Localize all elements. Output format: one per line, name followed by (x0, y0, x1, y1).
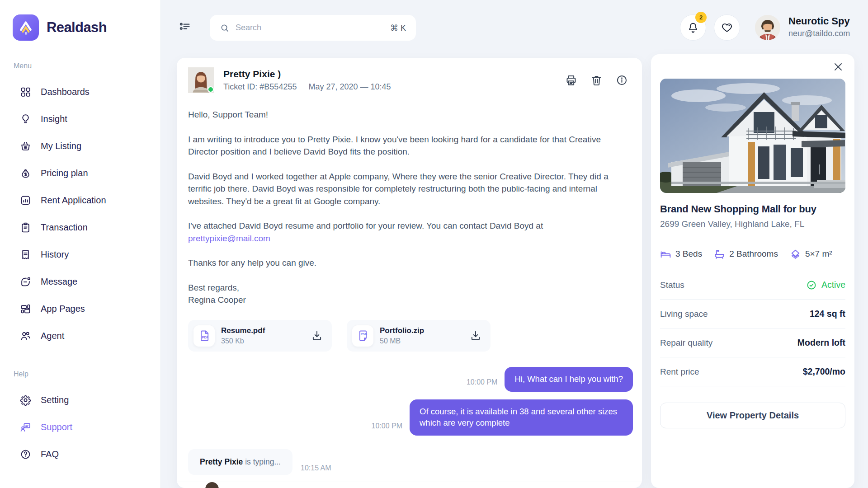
detail-label: Repair quality (660, 338, 712, 348)
info-icon[interactable] (616, 74, 628, 86)
detail-value: Modern loft (797, 338, 845, 348)
status-badge: Active (806, 280, 845, 291)
property-detail-rows: Status Active Living space 124 sq ft Rep… (660, 271, 845, 386)
basket-icon (20, 141, 31, 152)
attachment-size: 50 MB (380, 337, 424, 345)
sidebar-item-label: FAQ (41, 449, 59, 460)
sidebar-item-label: History (41, 249, 69, 260)
sidebar-item-agent[interactable]: Agent (0, 322, 160, 349)
clipboard-icon (20, 222, 31, 233)
property-address: 2699 Green Valley, Highland Lake, FL (660, 219, 845, 229)
printer-icon[interactable] (565, 74, 577, 86)
detail-row-living-space: Living space 124 sq ft (660, 300, 845, 328)
svg-text:PDF: PDF (202, 336, 208, 339)
contact-email-link[interactable]: prettypixie@mail.com (188, 234, 270, 243)
attachment-name: Portfolio.zip (380, 326, 424, 335)
sidebar-help-menu: Setting Support FAQ (0, 386, 160, 468)
message-time: 10:00 PM (467, 378, 497, 386)
sent-message-bubble: Hi, What can I help you with? (505, 367, 633, 392)
sidebar-item-faq[interactable]: FAQ (0, 441, 160, 468)
user-name: Neurotic Spy (788, 15, 850, 27)
bar-chart-icon (20, 195, 31, 206)
search-input[interactable] (236, 23, 384, 33)
attachment-size: 350 Kb (221, 337, 265, 345)
sidebar-item-pricing-plan[interactable]: Pricing plan (0, 160, 160, 187)
email-paragraph: David Boyd and I worked together at Appl… (188, 170, 624, 208)
sidebar-item-transaction[interactable]: Transaction (0, 214, 160, 241)
search-bar: ⌘ K (210, 15, 416, 41)
support-icon (20, 422, 31, 433)
bath-icon (714, 249, 725, 260)
detail-row-rent-price: Rent price $2,700/mo (660, 357, 845, 386)
feature-label: 2 Bathrooms (729, 249, 778, 259)
favorites-button[interactable] (714, 14, 740, 41)
sidebar-item-label: Pricing plan (41, 168, 88, 178)
sidebar-item-label: Dashboards (41, 87, 90, 97)
attachment-resume[interactable]: PDF Resume.pdf 350 Kb (188, 320, 332, 352)
divider (660, 237, 845, 237)
money-bag-icon (20, 168, 31, 179)
close-icon[interactable] (833, 61, 844, 72)
support-ticket-card: Pretty Pixie ) Ticket ID: #B554255 May 2… (177, 58, 642, 488)
sidebar-item-app-pages[interactable]: App Pages (0, 295, 160, 322)
detail-label: Living space (660, 309, 708, 319)
sidebar-item-setting[interactable]: Setting (0, 386, 160, 413)
email-signature-name: Regina Cooper (188, 294, 624, 306)
sidebar-item-history[interactable]: History (0, 241, 160, 268)
email-paragraph: Hello, Support Team! (188, 108, 624, 121)
detail-value: 124 sq ft (810, 309, 845, 319)
topbar: ⌘ K 2 Neurotic Spy neur@taildo.com (161, 0, 868, 51)
ticket-datetime: May 27, 2020 — 10:45 (308, 82, 391, 92)
feature-label: 5×7 m² (805, 249, 832, 259)
download-icon[interactable] (311, 330, 323, 342)
chat-message-row: 10:00 PM Of course, it is available in 3… (177, 399, 642, 436)
sidebar-item-insight[interactable]: Insight (0, 105, 160, 132)
sidebar-item-label: My Listing (41, 141, 81, 151)
sidebar-item-message[interactable]: Message (0, 268, 160, 295)
sidebar-item-rent-application[interactable]: Rent Application (0, 187, 160, 214)
pdf-file-icon: PDF (193, 325, 215, 347)
lightbulb-icon (20, 113, 31, 125)
sidebar: Realdash Menu Dashboards Insight My List… (0, 0, 161, 488)
attachments-row: PDF Resume.pdf 350 Kb PSD Portfolio.zip … (177, 320, 642, 352)
detail-value: $2,700/mo (803, 366, 845, 377)
user-avatar[interactable] (755, 15, 780, 40)
property-features: 3 Beds 2 Bathrooms 5×7 m² (660, 243, 845, 265)
status-value: Active (821, 280, 845, 290)
attachment-portfolio[interactable]: PSD Portfolio.zip 50 MB (347, 320, 491, 352)
chat-message-row: 10:00 PM Hi, What can I help you with? (177, 367, 642, 392)
sidebar-item-label: Setting (41, 395, 69, 405)
typing-indicator-row: Pretty Pixie is typing... 10:15 AM (177, 449, 642, 475)
sent-message-bubble: Of course, it is available in 38 and sev… (410, 399, 633, 436)
contact-name: Pretty Pixie ) (223, 69, 391, 80)
download-icon[interactable] (470, 330, 481, 342)
sidebar-item-label: Support (41, 422, 72, 432)
typing-time: 10:15 AM (301, 464, 331, 472)
list-toggle-icon[interactable] (179, 21, 191, 33)
trash-icon[interactable] (590, 74, 603, 86)
sidebar-menu: Dashboards Insight My Listing Pricing pl… (0, 78, 160, 349)
email-body: Hello, Support Team! I am writing to int… (177, 93, 642, 306)
sidebar-item-dashboards[interactable]: Dashboards (0, 78, 160, 105)
gear-icon (20, 394, 31, 406)
brand-name: Realdash (47, 19, 107, 36)
online-status-dot (208, 86, 214, 93)
svg-text:PSD: PSD (360, 333, 367, 336)
divider (177, 482, 642, 482)
sidebar-item-my-listing[interactable]: My Listing (0, 132, 160, 160)
notification-count-badge: 2 (695, 12, 707, 23)
brand-logo: Realdash (0, 0, 160, 41)
sidebar-item-support[interactable]: Support (0, 413, 160, 441)
receipt-icon (20, 249, 31, 260)
psd-file-icon: PSD (352, 325, 373, 347)
sidebar-item-label: Transaction (41, 222, 88, 233)
feature-beds: 3 Beds (660, 249, 702, 260)
view-property-details-button[interactable]: View Property Details (660, 403, 845, 428)
message-time: 10:00 PM (372, 422, 402, 430)
next-message-avatar-partial (205, 482, 219, 488)
feature-area: 5×7 m² (790, 249, 832, 260)
check-circle-icon (806, 280, 817, 291)
email-paragraph: Thanks for any help you can give. (188, 257, 624, 269)
notifications-button[interactable]: 2 (680, 14, 706, 41)
detail-row-repair-quality: Repair quality Modern loft (660, 328, 845, 357)
